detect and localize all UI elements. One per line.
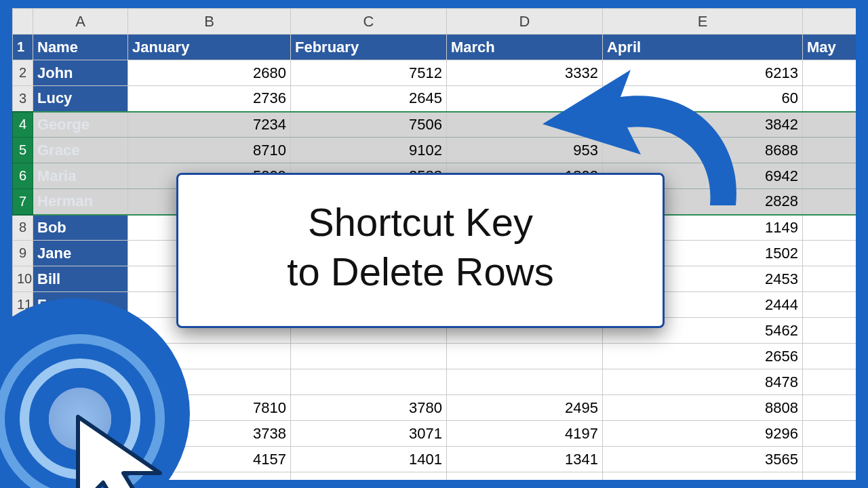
cell[interactable]: 8688	[603, 138, 803, 163]
col-header-e[interactable]: E	[603, 9, 803, 35]
row-number[interactable]: 8	[13, 215, 33, 241]
cell-name[interactable]: John	[33, 60, 128, 86]
cell[interactable]	[447, 112, 603, 138]
cell[interactable]: 1341	[447, 447, 603, 472]
col-header-d[interactable]: D	[447, 9, 603, 35]
row-number[interactable]: 13	[13, 344, 33, 369]
cell-name[interactable]	[33, 344, 128, 369]
row-number[interactable]: 12	[13, 318, 33, 344]
cell[interactable]: 4197	[447, 421, 603, 447]
cell[interactable]: 3842	[603, 112, 803, 138]
cell-name[interactable]: Bob	[33, 215, 128, 241]
cell[interactable]: 7810	[128, 395, 291, 421]
cell-name[interactable]	[33, 395, 128, 421]
cell-name[interactable]: Jane	[33, 241, 128, 266]
row-number[interactable]: 11	[13, 292, 33, 318]
cell[interactable]	[447, 369, 603, 395]
cell[interactable]: 3856	[291, 472, 447, 481]
col-label-may[interactable]: May	[803, 35, 856, 60]
cell-name[interactable]: Frank	[33, 292, 128, 318]
col-header-b[interactable]: B	[128, 9, 291, 35]
col-header-a[interactable]: A	[33, 9, 128, 35]
cell-name[interactable]: Bill	[33, 266, 128, 292]
cell[interactable]: 1401	[291, 447, 447, 472]
cell[interactable]: 8478	[603, 369, 803, 395]
table-row[interactable]: 187496385635081235	[13, 472, 856, 481]
column-header-row[interactable]: A B C D E	[13, 9, 856, 35]
table-row[interactable]: 2John2680751233326213	[13, 60, 856, 86]
cell[interactable]: 4157	[128, 447, 291, 472]
cell[interactable]: 9296	[603, 421, 803, 447]
row-number[interactable]: 10	[13, 266, 33, 292]
select-all-corner[interactable]	[13, 9, 33, 35]
cell[interactable]: 8808	[603, 395, 803, 421]
cell[interactable]	[803, 189, 856, 215]
table-row[interactable]: 4George723475063842	[13, 112, 856, 138]
cell[interactable]: 2736	[128, 86, 291, 112]
cell[interactable]	[803, 292, 856, 318]
cell[interactable]: 3071	[291, 421, 447, 447]
cell[interactable]: 9102	[291, 138, 447, 163]
cell[interactable]	[447, 344, 603, 369]
cell[interactable]: 3332	[447, 60, 603, 86]
cell[interactable]	[803, 447, 856, 472]
cell-name[interactable]: Lucy	[33, 86, 128, 112]
cell[interactable]: 2680	[128, 60, 291, 86]
cell-name[interactable]	[33, 447, 128, 472]
col-label-March[interactable]: March	[447, 35, 603, 60]
row-number[interactable]: 2	[13, 60, 33, 86]
cell[interactable]	[291, 344, 447, 369]
cell[interactable]: 6213	[603, 60, 803, 86]
col-header-c[interactable]: C	[291, 9, 447, 35]
cell[interactable]	[803, 472, 856, 481]
table-row[interactable]: 5Grace871091029538688	[13, 138, 856, 163]
row-number[interactable]: 16	[13, 421, 33, 447]
row-number[interactable]: 18	[13, 472, 33, 481]
cell[interactable]	[803, 318, 856, 344]
cell-name[interactable]: Grace	[33, 138, 128, 163]
cell[interactable]: 7506	[291, 112, 447, 138]
cell-name[interactable]: Herman	[33, 189, 128, 215]
cell-name[interactable]	[33, 318, 128, 344]
row-number[interactable]: 6	[13, 163, 33, 189]
cell[interactable]: 3508	[447, 472, 603, 481]
row-number[interactable]: 9	[13, 241, 33, 266]
col-label-January[interactable]: January	[128, 35, 291, 60]
col-label-February[interactable]: February	[291, 35, 447, 60]
col-header-f[interactable]	[803, 9, 856, 35]
row-number[interactable]: 14	[13, 369, 33, 395]
cell[interactable]: 2656	[603, 344, 803, 369]
cell[interactable]: 7234	[128, 112, 291, 138]
cell[interactable]: 2645	[291, 86, 447, 112]
row-number[interactable]: 5	[13, 138, 33, 163]
col-label-April[interactable]: April	[603, 35, 803, 60]
row-number[interactable]: 15	[13, 395, 33, 421]
cell[interactable]	[803, 395, 856, 421]
table-row[interactable]: 148478	[13, 369, 856, 395]
cell-name[interactable]: Maria	[33, 163, 128, 189]
cell[interactable]: 7512	[291, 60, 447, 86]
cell[interactable]	[803, 266, 856, 292]
cell-name[interactable]	[33, 369, 128, 395]
cell[interactable]	[128, 369, 291, 395]
row-number[interactable]: 1	[13, 35, 33, 60]
col-label-name[interactable]: Name	[33, 35, 128, 60]
header-row[interactable]: 1NameJanuaryFebruaryMarchAprilMay	[13, 35, 856, 60]
cell[interactable]	[128, 344, 291, 369]
cell[interactable]	[803, 163, 856, 189]
cell[interactable]	[803, 241, 856, 266]
cell[interactable]	[803, 138, 856, 163]
table-row[interactable]: 174157140113413565	[13, 447, 856, 472]
cell[interactable]	[803, 86, 856, 112]
cell[interactable]	[803, 421, 856, 447]
cell[interactable]	[803, 112, 856, 138]
cell[interactable]: 3780	[291, 395, 447, 421]
row-number[interactable]: 3	[13, 86, 33, 112]
table-row[interactable]: 132656	[13, 344, 856, 369]
row-number[interactable]: 7	[13, 189, 33, 215]
cell[interactable]: 3738	[128, 421, 291, 447]
cell[interactable]: 3565	[603, 447, 803, 472]
cell[interactable]: 1235	[603, 472, 803, 481]
cell[interactable]	[803, 344, 856, 369]
table-row[interactable]: 3Lucy2736264560	[13, 86, 856, 112]
